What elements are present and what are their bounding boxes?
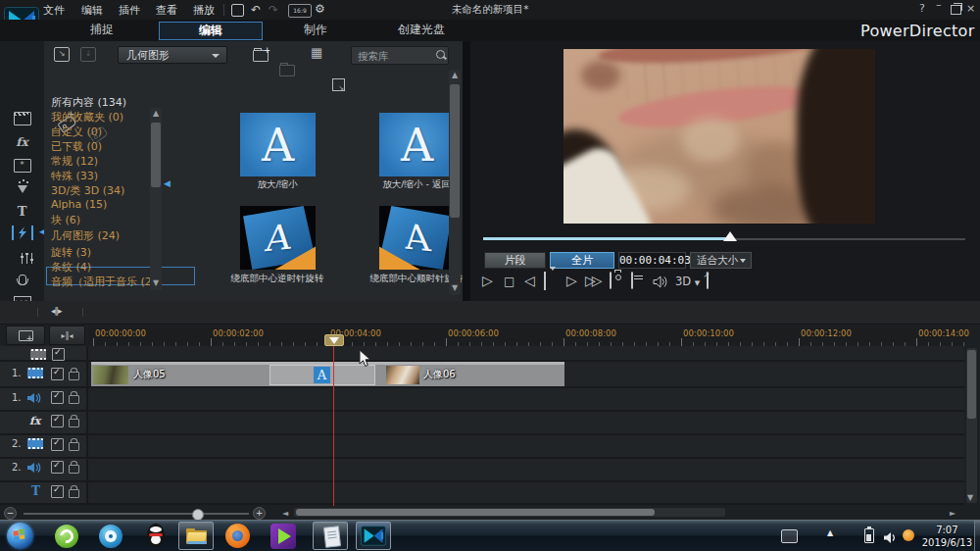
resize-thumbnails-icon[interactable]	[332, 78, 345, 91]
tab-produce[interactable]: 制作	[290, 22, 341, 38]
explorer-taskbar-button[interactable]	[178, 522, 214, 550]
collapse-categories-icon[interactable]: ◀	[164, 178, 171, 188]
potplayer-icon[interactable]	[270, 524, 296, 549]
track-enable-checkbox[interactable]	[51, 415, 64, 427]
search-input[interactable]	[356, 48, 434, 63]
volume-button[interactable]	[653, 275, 667, 292]
timeline-vertical-scrollbar-thumb[interactable]	[967, 350, 976, 419]
redo-icon[interactable]: ↷	[269, 3, 278, 17]
track-manager-button[interactable]	[6, 326, 45, 345]
scroll-left-icon[interactable]: ◄	[282, 509, 288, 518]
category-special[interactable]: 特殊 (33)	[51, 169, 98, 183]
track-enable-checkbox[interactable]	[51, 485, 64, 498]
powerdirector-taskbar-button[interactable]	[356, 522, 391, 550]
effect-room-button[interactable]: fx	[0, 131, 44, 153]
transition-room-button[interactable]	[0, 222, 44, 243]
snapshot-button[interactable]	[610, 272, 612, 289]
3d-toggle-button[interactable]: 3D ▼	[675, 275, 700, 288]
ime-indicator[interactable]	[781, 529, 798, 543]
menu-file[interactable]: 文件	[43, 3, 65, 18]
save-icon[interactable]	[231, 4, 244, 17]
category-geometric[interactable]: 几何图形 (24)	[51, 228, 120, 243]
category-custom[interactable]: 自定义 (0)	[51, 125, 102, 139]
particle-room-button[interactable]	[0, 178, 44, 200]
grid-view-icon[interactable]: ▦	[311, 46, 322, 60]
stop-button[interactable]: □	[504, 273, 514, 290]
transition-clip[interactable]: A	[270, 365, 375, 385]
category-block[interactable]: 块 (6)	[51, 213, 80, 227]
track-enable-checkbox[interactable]	[51, 438, 64, 451]
clip-mode-button[interactable]: 片段	[484, 252, 546, 269]
snap-alignment-button[interactable]: ▸‖◂	[49, 326, 85, 345]
transition-item-rotate-cw[interactable]: A	[379, 206, 455, 270]
tray-speaker-icon[interactable]	[883, 529, 897, 548]
qq-icon[interactable]	[144, 524, 168, 549]
panel-divider[interactable]	[463, 41, 470, 301]
track-lock-icon[interactable]	[69, 489, 79, 498]
scroll-up-icon[interactable]: ▲	[449, 70, 461, 81]
import-media-icon[interactable]: ↘	[54, 47, 70, 62]
menu-plugins[interactable]: 插件	[119, 3, 140, 18]
category-alpha[interactable]: Alpha (15)	[51, 198, 107, 211]
previous-frame-button[interactable]: ◁	[524, 272, 535, 289]
scroll-down-icon[interactable]: ▼	[449, 282, 461, 294]
menu-edit[interactable]: 编辑	[81, 3, 103, 18]
transition-item-zoom-return[interactable]: A	[379, 113, 455, 176]
category-stripes[interactable]: 条纹 (4)	[51, 260, 91, 275]
detach-preview-button[interactable]	[707, 272, 709, 289]
track-enable-checkbox[interactable]	[52, 348, 65, 361]
tab-capture[interactable]: 捕捉	[76, 22, 127, 38]
aspect-ratio-selector[interactable]: 16:9	[288, 4, 312, 18]
scroll-down-icon[interactable]: ▼	[967, 493, 973, 502]
preview-quality-button[interactable]	[631, 272, 633, 289]
seek-bar-thumb[interactable]	[723, 231, 737, 241]
start-button[interactable]	[7, 523, 33, 549]
track-lock-icon[interactable]	[69, 442, 79, 451]
video-player-icon[interactable]	[99, 525, 122, 548]
scroll-down-icon[interactable]: ▼	[150, 277, 162, 289]
seek-step-button[interactable]	[544, 272, 546, 289]
category-3d[interactable]: 3D/类 3D (34)	[51, 183, 124, 198]
track-lock-icon[interactable]	[69, 419, 79, 427]
thumbnail-scrollbar-thumb[interactable]	[450, 84, 460, 218]
taskbar-clock[interactable]: 7:07 2019/6/13	[922, 524, 972, 549]
settings-gear-icon[interactable]: ⚙	[315, 2, 325, 16]
track-lock-icon[interactable]	[69, 372, 79, 380]
track-enable-checkbox[interactable]	[51, 368, 64, 380]
category-downloaded[interactable]: 已下载 (0)	[51, 139, 102, 154]
track-enable-checkbox[interactable]	[51, 461, 64, 474]
scroll-right-icon[interactable]: ►	[950, 509, 956, 518]
video-preview[interactable]	[564, 49, 875, 224]
next-frame-button[interactable]: ▷	[566, 272, 577, 289]
timeline-horizontal-scrollbar-thumb[interactable]	[296, 509, 655, 516]
undo-icon[interactable]: ↶	[251, 3, 261, 17]
category-favorites[interactable]: 我的收藏夹 (0)	[51, 110, 123, 125]
menu-play[interactable]: 播放	[193, 3, 215, 18]
media-room-button[interactable]	[0, 108, 44, 129]
category-all-content[interactable]: 所有内容 (134)	[51, 95, 126, 110]
timeline-zoom-slider[interactable]	[24, 513, 249, 515]
audio-mixing-room-button[interactable]	[0, 247, 44, 269]
download-media-icon[interactable]: ↓	[80, 47, 96, 62]
library-filter-dropdown[interactable]: 几何图形	[118, 46, 227, 64]
track-enable-checkbox[interactable]	[51, 391, 64, 404]
category-general[interactable]: 常规 (12)	[51, 154, 98, 169]
timecode-display[interactable]: 00:00:04:03	[618, 252, 686, 269]
timeline-zoom-out-button[interactable]: −	[4, 507, 17, 520]
tab-edit[interactable]: 编辑	[159, 22, 263, 40]
category-audio[interactable]: 音频（适用于音乐 (2)	[51, 275, 154, 289]
firefox-icon[interactable]	[225, 524, 250, 548]
restore-button[interactable]	[951, 5, 961, 15]
playhead-marker[interactable]	[324, 334, 344, 346]
movie-mode-button[interactable]: 全片	[550, 252, 614, 269]
show-desktop-button[interactable]	[974, 521, 980, 551]
help-button[interactable]: ?	[919, 2, 925, 16]
tray-app-icon[interactable]	[903, 529, 914, 541]
new-folder-icon[interactable]: +	[253, 50, 269, 62]
browser-360-icon[interactable]	[55, 525, 78, 548]
scroll-up-icon[interactable]: ▲	[150, 108, 162, 120]
close-button[interactable]: ×	[966, 2, 975, 16]
transition-item-rotate-ccw[interactable]: A	[240, 206, 316, 270]
pip-objects-room-button[interactable]: *	[0, 155, 44, 176]
minimize-button[interactable]: –	[936, 0, 942, 12]
